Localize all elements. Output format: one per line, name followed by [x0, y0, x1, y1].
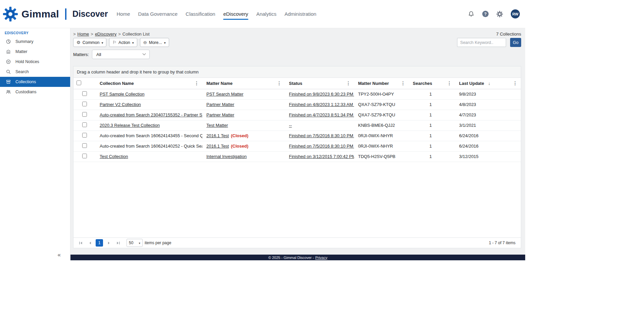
row-checkbox[interactable]	[82, 143, 87, 148]
status-link[interactable]: Finished on 7/5/2016 8:30:10 PM (11 Da	[289, 133, 354, 138]
collection-name-text: Auto-created from Search 160624140252 - …	[100, 144, 202, 149]
pager-last-icon[interactable]	[114, 239, 122, 247]
column-menu-icon[interactable]	[400, 81, 406, 86]
page-size-select[interactable]: 50	[127, 239, 143, 247]
column-header-matter-number[interactable]: Matter Number	[354, 78, 409, 89]
matter-name-link[interactable]: Partner Matter	[206, 112, 234, 117]
column-header-matter-name[interactable]: Matter Name	[202, 78, 285, 89]
column-header-last-update[interactable]: Last Update	[455, 78, 521, 89]
last-update-cell: 4/8/2023	[455, 99, 521, 110]
sidebar-item-custodians[interactable]: Custodians	[0, 87, 70, 97]
status-link[interactable]: Finished on 9/8/2023 6:30:23 PM (6 Mir	[289, 92, 354, 97]
search-input[interactable]	[457, 38, 506, 47]
nav-analytics[interactable]: Analytics	[256, 0, 277, 28]
matter-number-cell: QXA7-SZ79-KTQU	[354, 99, 409, 110]
common-menu-button[interactable]: Common	[73, 38, 106, 47]
matter-name-link[interactable]: PST Search Matter	[206, 92, 243, 97]
help-icon[interactable]	[482, 11, 489, 17]
sidebar-item-hold-notices[interactable]: Hold Notices	[0, 57, 70, 67]
pager-first-icon[interactable]	[77, 239, 84, 247]
action-menu-button[interactable]: Action	[109, 38, 137, 47]
status-link[interactable]: Finished on 4/7/2023 8:51:34 PM (12 Mi	[289, 112, 354, 117]
pager-previous-icon[interactable]	[86, 239, 94, 247]
column-header-status[interactable]: Status	[285, 78, 354, 89]
collection-name-link[interactable]: Partner V2 Collection	[100, 102, 141, 107]
status-link[interactable]: Finished on 4/8/2023 1:12:33 AM (12 M	[289, 102, 354, 107]
nav-administration[interactable]: Administration	[285, 0, 316, 28]
row-checkbox[interactable]	[82, 154, 87, 158]
table-row: Auto-created from Search 230407155352 - …	[73, 110, 521, 120]
nav-ediscovery[interactable]: eDiscovery	[223, 0, 248, 28]
collection-name-link[interactable]: Test Collection	[100, 154, 128, 159]
matters-label: Matters:	[73, 52, 89, 57]
status-link[interactable]: Finished on 3/12/2015 7:00:42 PM (6 Mi	[289, 154, 354, 159]
row-checkbox[interactable]	[82, 122, 87, 127]
column-menu-icon[interactable]	[345, 81, 351, 86]
searches-cell: 1	[409, 151, 455, 162]
column-header-searches[interactable]: Searches	[409, 78, 455, 89]
more-menu-button[interactable]: More...	[140, 38, 169, 47]
sidebar-item-collections[interactable]: Collections	[0, 77, 70, 87]
row-checkbox[interactable]	[82, 112, 87, 117]
breadcrumb-separator-icon	[91, 32, 93, 37]
row-checkbox[interactable]	[82, 102, 87, 106]
action-menu-label: Action	[118, 40, 130, 45]
select-all-checkbox[interactable]	[77, 81, 81, 85]
collections-count: 7 Collections	[496, 32, 521, 37]
footer-copyright: © 2025 - Gimmal Discover -	[268, 256, 314, 260]
brand[interactable]: Gimmal Discover	[3, 6, 108, 22]
matter-number-cell: 0RJI-0WIX-NHYR	[354, 141, 409, 151]
collection-name-link[interactable]: PST Sample Collection	[100, 92, 144, 97]
nav-home[interactable]: Home	[116, 0, 130, 28]
sidebar-collapse-icon[interactable]	[58, 252, 61, 258]
status-link[interactable]: Finished on 7/5/2016 8:30:10 PM (11 Da	[289, 144, 354, 149]
more-menu-label: More...	[149, 40, 162, 45]
row-checkbox[interactable]	[82, 133, 87, 138]
breadcrumb-current: Collection List	[122, 32, 150, 37]
collection-name-link[interactable]: 2020.3 Release Test Collection	[100, 123, 160, 128]
matter-name-link[interactable]: 2016.1 Test	[206, 144, 229, 149]
privacy-link[interactable]: Privacy	[315, 256, 327, 260]
matter-name-link[interactable]: 2016.1 Test	[206, 133, 229, 138]
group-by-drop-zone[interactable]: Drag a column header and drop it here to…	[73, 66, 521, 78]
collection-name-link[interactable]: Auto-created from Search 230407155352 - …	[100, 112, 202, 117]
column-header-collection-name[interactable]: Collection Name	[96, 78, 202, 89]
settings-gear-icon[interactable]	[496, 10, 503, 18]
pager-next-icon[interactable]	[105, 239, 112, 247]
sort-desc-icon	[488, 81, 490, 86]
column-menu-icon[interactable]	[276, 81, 282, 86]
nav-data-governance[interactable]: Data Governance	[138, 0, 178, 28]
search-group: Go	[457, 38, 521, 47]
status-link[interactable]: --	[289, 123, 292, 128]
sidebar-item-search[interactable]: Search	[0, 67, 70, 77]
nav-classification[interactable]: Classification	[186, 0, 215, 28]
top-navigation: Home Data Governance Classification eDis…	[116, 0, 316, 28]
items-per-page-label: items per page	[145, 241, 171, 245]
matter-name-link[interactable]: Test Matter	[206, 123, 228, 128]
grid-empty-area	[73, 162, 521, 238]
last-update-cell: 4/7/2023	[455, 110, 521, 120]
sidebar-item-label: Search	[15, 69, 29, 74]
matter-number-cell: QXA7-SZ79-KTQU	[354, 110, 409, 120]
matter-name-link[interactable]: Partner Matter	[206, 102, 234, 107]
sidebar-item-summary[interactable]: Summary	[0, 37, 70, 47]
matters-select[interactable]: All	[92, 50, 150, 59]
chevron-down-icon	[101, 40, 103, 45]
column-menu-icon[interactable]	[512, 81, 518, 86]
breadcrumb-home-link[interactable]: Home	[78, 32, 89, 37]
sidebar-item-label: Collections	[15, 80, 36, 84]
row-checkbox[interactable]	[82, 91, 87, 96]
pager-page-1-button[interactable]: 1	[96, 239, 103, 247]
column-menu-icon[interactable]	[194, 81, 200, 86]
go-button[interactable]: Go	[510, 38, 521, 47]
column-menu-icon[interactable]	[446, 81, 452, 86]
matter-name-link[interactable]: Internal Investigation	[206, 154, 247, 159]
breadcrumb-ediscovery-link[interactable]: eDiscovery	[95, 32, 116, 37]
hold-notices-icon	[5, 59, 11, 65]
body: EDISCOVERY Summary Matter	[0, 28, 525, 260]
user-avatar[interactable]: RW	[511, 9, 520, 18]
pager: 1 50 items per page 1 - 7 of 7 items	[73, 237, 521, 248]
notifications-bell-icon[interactable]	[467, 10, 475, 18]
column-label: Matter Number	[358, 81, 389, 86]
sidebar-item-matter[interactable]: Matter	[0, 47, 70, 57]
